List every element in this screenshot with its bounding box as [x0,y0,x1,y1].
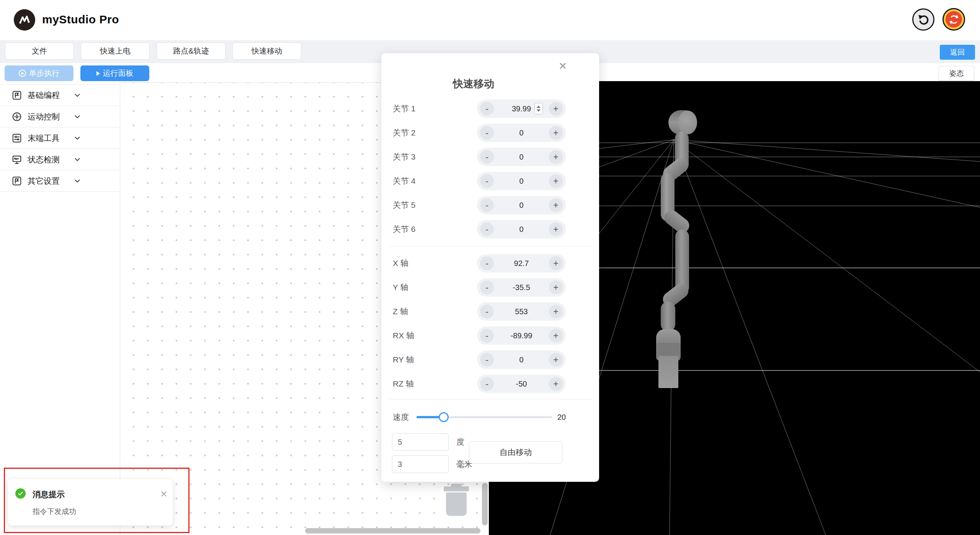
increment-button[interactable]: + [549,353,563,367]
decrement-button[interactable]: - [480,174,494,188]
value-stepper: - 39.99 + [477,99,566,118]
decrement-button[interactable]: - [480,198,494,212]
speed-label: 速度 [393,408,409,426]
increment-button[interactable]: + [549,150,563,164]
dialog-control-row: 关节 3 - 0 + [381,148,599,166]
toast-message: 指令下发成功 [33,507,76,517]
increment-button[interactable]: + [549,174,563,188]
run-panel-button[interactable]: 运行面板 [80,65,149,81]
spinner-up-icon [537,106,541,108]
value-display[interactable]: 553 [495,302,548,321]
dialog-control-row: 关节 1 - 39.99 + [381,99,599,118]
speed-slider[interactable] [416,416,552,418]
angle-step-input[interactable] [392,433,449,451]
tab-quick-power[interactable]: 快速上电 [81,42,150,60]
increment-button[interactable]: + [549,377,563,391]
decrement-button[interactable]: - [480,256,494,270]
value-stepper: - 0 + [477,124,566,142]
sidebar-item-label: 状态检测 [28,154,60,165]
tab-file[interactable]: 文件 [5,42,74,60]
robot-joint-face [678,111,697,134]
number-spinner[interactable] [534,103,543,114]
emergency-stop-button[interactable] [942,8,965,31]
sidebar-list: 基础编程 运动控制 [0,84,120,192]
sidebar-item-status-monitor[interactable]: 状态检测 [0,149,120,170]
row-label: X 轴 [393,254,408,272]
value-stepper: - -50 + [477,375,566,393]
decrement-button[interactable]: - [480,329,494,343]
message-toast: 消息提示 ✕ 指令下发成功 [8,479,173,525]
sidebar-item-basic-programming[interactable]: 基础编程 [0,84,120,106]
flag-icon [11,175,23,187]
decrement-button[interactable]: - [480,305,494,318]
sidebar-item-label: 末端工具 [28,133,60,144]
increment-button[interactable]: + [549,198,563,212]
dialog-control-row: 关节 2 - 0 + [381,124,599,142]
value-stepper: - 553 + [477,302,566,321]
decrement-button[interactable]: - [480,377,494,391]
app-root: myStudio Pro 文件 快速上电 路点&轨迹 快速移动 返回 [0,0,980,535]
value-display[interactable]: 0 [495,220,548,238]
value-display[interactable]: 0 [495,351,548,369]
header: myStudio Pro [0,0,980,40]
dialog-control-row: Y 轴 - -35.5 + [381,278,599,297]
sidebar-item-other-settings[interactable]: 其它设置 [0,170,120,192]
value-display[interactable]: -89.99 [495,326,548,345]
dialog-control-row: RY 轴 - 0 + [381,351,599,369]
increment-button[interactable]: + [549,222,563,236]
value-stepper: - 0 + [477,220,566,238]
speed-slider-handle[interactable] [439,412,449,422]
horizontal-scrollbar[interactable] [305,528,480,533]
dialog-control-row: 关节 6 - 0 + [381,220,599,238]
increment-button[interactable]: + [549,102,563,116]
decrement-button[interactable]: - [480,281,494,294]
pose-button[interactable]: 姿态 [939,66,974,81]
value-display[interactable]: 0 [495,148,548,166]
angle-unit-label: 度 [456,433,464,451]
value-stepper: - 0 + [477,196,566,214]
row-label: RY 轴 [393,351,414,369]
return-button[interactable]: 返回 [940,45,975,60]
close-icon[interactable]: ✕ [158,488,170,500]
increment-button[interactable]: + [549,126,563,140]
dialog-control-row: Z 轴 - 553 + [381,302,599,321]
trash-icon[interactable] [443,484,469,516]
value-stepper: - 0 + [477,172,566,190]
decrement-button[interactable]: - [480,222,494,236]
increment-button[interactable]: + [549,281,563,294]
close-icon[interactable]: ✕ [556,59,570,73]
increment-button[interactable]: + [549,305,563,318]
value-display[interactable]: 92.7 [495,254,548,272]
value-display[interactable]: 0 [495,196,548,214]
row-label: Z 轴 [393,302,408,321]
step-run-button[interactable]: 单步执行 [5,65,74,81]
increment-button[interactable]: + [549,256,563,270]
decrement-button[interactable]: - [480,126,494,140]
sidebar: 基础编程 运动控制 [0,82,120,535]
run-panel-label: 运行面板 [103,68,134,78]
quick-move-dialog: ✕ 快速移动 关节 1 - 39.99 + 关节 2 - 0 + 关节 3 - … [381,53,599,482]
decrement-button[interactable]: - [480,150,494,164]
dialog-control-row: 关节 5 - 0 + [381,196,599,214]
free-move-button[interactable]: 自由移动 [469,441,562,463]
decrement-button[interactable]: - [480,102,494,116]
value-display[interactable]: -50 [495,375,548,393]
increment-button[interactable]: + [549,329,563,343]
value-display[interactable]: 0 [495,172,548,190]
undo-button[interactable] [912,8,934,31]
sidebar-item-motion-control[interactable]: 运动控制 [0,106,120,127]
sidebar-item-end-tool[interactable]: 末端工具 [0,127,120,149]
tab-waypoints[interactable]: 路点&轨迹 [157,42,225,60]
chevron-down-icon [73,176,82,186]
value-display[interactable]: 0 [495,124,548,142]
distance-step-input[interactable] [392,455,449,473]
value-stepper: - -89.99 + [477,326,566,345]
decrement-button[interactable]: - [480,353,494,367]
row-label: RZ 轴 [393,375,414,393]
row-label: 关节 2 [393,124,416,142]
vertical-scrollbar[interactable] [482,483,488,525]
app-title: myStudio Pro [42,13,119,26]
value-display[interactable]: -35.5 [495,278,548,297]
row-label: 关节 3 [393,148,416,166]
tab-quick-move[interactable]: 快速移动 [232,42,301,60]
